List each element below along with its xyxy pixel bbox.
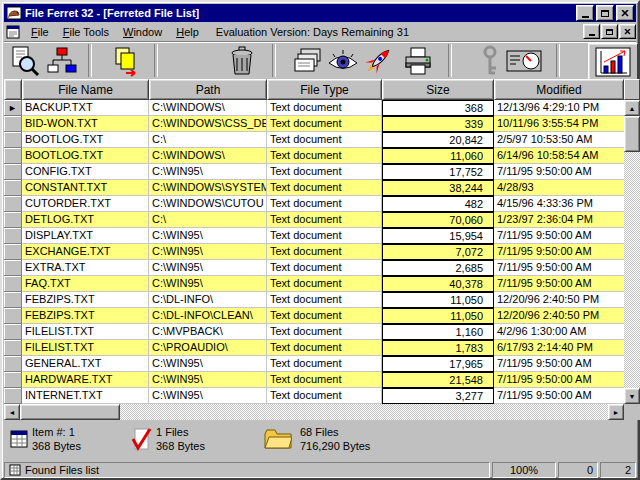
cell-file-type[interactable]: Text document	[267, 228, 382, 244]
cell-file-type[interactable]: Text document	[267, 356, 382, 372]
key-button[interactable]	[478, 43, 502, 79]
menu-help[interactable]: Help	[169, 24, 206, 40]
row-selector[interactable]	[4, 148, 22, 164]
cell-size[interactable]: 17,752	[382, 164, 494, 180]
horizontal-scroll-thumb[interactable]	[20, 404, 120, 420]
cell-file-type[interactable]: Text document	[267, 148, 382, 164]
cell-file-type[interactable]: Text document	[267, 388, 382, 404]
cell-modified[interactable]: 6/17/93 2:14:40 PM	[494, 340, 624, 356]
vertical-scroll-track[interactable]	[624, 152, 640, 388]
cell-path[interactable]: C:\WIN95\	[149, 388, 267, 404]
cell-size[interactable]: 368	[382, 100, 494, 116]
cell-path[interactable]: C:\DL-INFO\	[149, 292, 267, 308]
cell-file-name[interactable]: GENERAL.TXT	[22, 356, 149, 372]
mdi-restore-button[interactable]	[601, 24, 618, 39]
menu-window[interactable]: Window	[116, 24, 169, 40]
table-row[interactable]: BOOTLOG.TXT C:\WINDOWS\ Text document 11…	[4, 148, 624, 164]
cell-file-name[interactable]: CUTORDER.TXT	[22, 196, 149, 212]
mdi-close-button[interactable]	[619, 24, 636, 39]
horizontal-scroll-track[interactable]	[120, 404, 608, 420]
row-selector[interactable]	[4, 340, 22, 356]
cell-modified[interactable]: 7/11/95 9:50:00 AM	[494, 260, 624, 276]
mdi-document-icon[interactable]	[6, 25, 20, 39]
cell-modified[interactable]: 7/11/95 9:50:00 AM	[494, 356, 624, 372]
vertical-scrollbar[interactable]: ▲ ▼	[624, 79, 640, 404]
table-row[interactable]: CUTORDER.TXT C:\WINDOWS\CUTOU Text docum…	[4, 196, 624, 212]
cell-file-type[interactable]: Text document	[267, 308, 382, 324]
cell-path[interactable]: C:\MVPBACK\	[149, 324, 267, 340]
menu-file[interactable]: File	[24, 24, 56, 40]
copy-stack-button[interactable]	[290, 43, 326, 79]
cell-path[interactable]: C:\	[149, 132, 267, 148]
cell-file-name[interactable]: DETLOG.TXT	[22, 212, 149, 228]
cell-path[interactable]: C:\WINDOWS\	[149, 148, 267, 164]
cell-path[interactable]: C:\DL-INFO\CLEAN\	[149, 308, 267, 324]
row-selector[interactable]	[4, 308, 22, 324]
row-selector[interactable]: ►	[4, 100, 22, 116]
search-files-button[interactable]	[6, 43, 42, 79]
cell-size[interactable]: 3,277	[382, 388, 494, 404]
cell-modified[interactable]: 4/15/96 4:33:36 PM	[494, 196, 624, 212]
cell-size[interactable]: 40,378	[382, 276, 494, 292]
row-selector[interactable]	[4, 276, 22, 292]
cell-size[interactable]: 1,160	[382, 324, 494, 340]
cell-modified[interactable]: 10/11/96 3:55:54 PM	[494, 116, 624, 132]
row-selector[interactable]	[4, 132, 22, 148]
cell-modified[interactable]: 4/28/93	[494, 180, 624, 196]
row-selector[interactable]	[4, 372, 22, 388]
menu-file-tools[interactable]: File Tools	[56, 24, 116, 40]
cell-path[interactable]: C:\WINDOWS\CUTOU	[149, 196, 267, 212]
table-row[interactable]: FILELIST.TXT C:\PROAUDIO\ Text document …	[4, 340, 624, 356]
table-row[interactable]: DISPLAY.TXT C:\WIN95\ Text document 15,9…	[4, 228, 624, 244]
cell-path[interactable]: C:\WIN95\	[149, 276, 267, 292]
cell-file-type[interactable]: Text document	[267, 276, 382, 292]
cell-modified[interactable]: 7/11/95 9:50:00 AM	[494, 228, 624, 244]
cell-size[interactable]: 11,060	[382, 148, 494, 164]
cell-modified[interactable]: 4/2/96 1:30:00 AM	[494, 324, 624, 340]
cell-size[interactable]: 17,965	[382, 356, 494, 372]
view-file-button[interactable]	[325, 43, 361, 79]
cell-path[interactable]: C:\	[149, 212, 267, 228]
vertical-scroll-thumb[interactable]	[624, 116, 640, 152]
cell-file-name[interactable]: FILELIST.TXT	[22, 340, 149, 356]
cell-modified[interactable]: 6/14/96 10:58:54 AM	[494, 148, 624, 164]
cell-size[interactable]: 21,548	[382, 372, 494, 388]
delete-button[interactable]	[224, 43, 260, 79]
row-selector[interactable]	[4, 260, 22, 276]
cell-size[interactable]: 70,060	[382, 212, 494, 228]
cell-file-type[interactable]: Text document	[267, 196, 382, 212]
row-selector[interactable]	[4, 180, 22, 196]
cell-path[interactable]: C:\PROAUDIO\	[149, 340, 267, 356]
table-row[interactable]: BID-WON.TXT C:\WINDOWS\CSS_DE Text docum…	[4, 116, 624, 132]
cell-modified[interactable]: 12/20/96 2:40:50 PM	[494, 292, 624, 308]
cell-file-name[interactable]: DISPLAY.TXT	[22, 228, 149, 244]
row-selector[interactable]	[4, 116, 22, 132]
cell-size[interactable]: 339	[382, 116, 494, 132]
launch-button[interactable]	[360, 43, 396, 79]
print-button[interactable]	[400, 43, 436, 79]
table-row[interactable]: EXCHANGE.TXT C:\WIN95\ Text document 7,0…	[4, 244, 624, 260]
statistics-button[interactable]	[588, 43, 638, 81]
horizontal-scrollbar[interactable]: ◄ ►	[4, 404, 624, 420]
header-file-type[interactable]: File Type	[267, 79, 382, 100]
cell-path[interactable]: C:\WINDOWS\SYSTEM	[149, 180, 267, 196]
header-modified[interactable]: Modified	[494, 79, 624, 100]
cell-file-type[interactable]: Text document	[267, 212, 382, 228]
table-row[interactable]: CONSTANT.TXT C:\WINDOWS\SYSTEM Text docu…	[4, 180, 624, 196]
header-size[interactable]: Size	[382, 79, 494, 100]
header-path[interactable]: Path	[149, 79, 267, 100]
scroll-up-button[interactable]: ▲	[624, 100, 640, 116]
cell-size[interactable]: 11,050	[382, 292, 494, 308]
scroll-right-button[interactable]: ►	[608, 404, 624, 420]
cell-size[interactable]: 1,783	[382, 340, 494, 356]
cell-file-type[interactable]: Text document	[267, 164, 382, 180]
cell-modified[interactable]: 2/5/97 10:53:50 AM	[494, 132, 624, 148]
row-selector[interactable]	[4, 356, 22, 372]
file-move-button[interactable]	[110, 43, 146, 79]
cell-file-type[interactable]: Text document	[267, 260, 382, 276]
cell-file-type[interactable]: Text document	[267, 372, 382, 388]
cell-file-name[interactable]: FEBZIPS.TXT	[22, 292, 149, 308]
cell-file-name[interactable]: INTERNET.TXT	[22, 388, 149, 404]
cell-file-type[interactable]: Text document	[267, 340, 382, 356]
cell-file-name[interactable]: FEBZIPS.TXT	[22, 308, 149, 324]
